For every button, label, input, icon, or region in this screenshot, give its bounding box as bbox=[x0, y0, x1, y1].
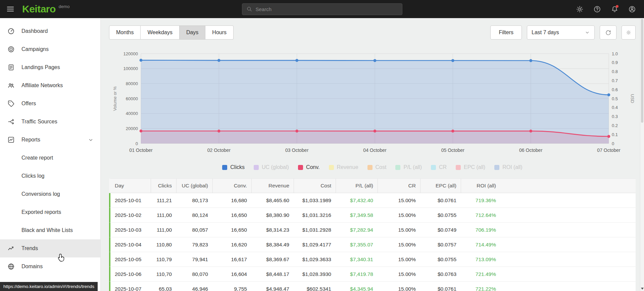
legend-label: Conv. bbox=[306, 164, 320, 170]
chevron-down-icon bbox=[585, 30, 590, 35]
cell-roi: 713.09% bbox=[461, 256, 500, 263]
chart-settings-button[interactable] bbox=[622, 25, 636, 40]
legend-swatch bbox=[494, 165, 499, 170]
cell-cost: $1,031.2928 bbox=[294, 227, 336, 233]
sidebar-item-create-report[interactable]: Create report bbox=[0, 149, 100, 167]
legend-swatch bbox=[367, 165, 373, 170]
trends-toolbar: MonthsWeekdaysDaysHours Filters Last 7 d… bbox=[109, 25, 636, 40]
table-row[interactable]: 2025-10-0765,0346,9469,755$4,948.47$602.… bbox=[109, 282, 636, 291]
cell-uc: 79,823 bbox=[176, 242, 212, 248]
sidebar-item-campaigns[interactable]: Campaigns bbox=[0, 40, 100, 58]
dashboard-icon bbox=[7, 27, 15, 35]
cell-cost: $1,029.4177 bbox=[294, 242, 336, 248]
svg-text:80000: 80000 bbox=[126, 81, 138, 86]
cell-uc: 79,941 bbox=[176, 256, 212, 263]
column-header-cost[interactable]: Cost bbox=[294, 179, 336, 193]
legend-item-roi-all[interactable]: ROI (all) bbox=[494, 164, 523, 170]
column-header-p-l-all[interactable]: P/L (all) bbox=[336, 179, 378, 193]
trends-table: DayClicksUC (global)Conv.RevenueCostP/L … bbox=[109, 178, 636, 291]
settings-icon[interactable] bbox=[576, 5, 584, 13]
cell-cost: $1,029.3633 bbox=[294, 256, 336, 263]
brand[interactable]: Keitaro demo bbox=[22, 3, 69, 15]
svg-text:120000: 120000 bbox=[123, 51, 138, 56]
sidebar-item-black-and-white-lists[interactable]: Black and White Lists bbox=[0, 221, 100, 239]
sidebar-item-dashboard[interactable]: Dashboard bbox=[0, 22, 100, 40]
topbar-actions bbox=[576, 5, 636, 13]
scrollbar-thumb[interactable] bbox=[641, 19, 643, 123]
legend-item-cr[interactable]: CR bbox=[431, 164, 447, 170]
tab-hours[interactable]: Hours bbox=[205, 25, 234, 40]
legend-item-conv[interactable]: Conv. bbox=[298, 164, 320, 170]
legend-label: P/L (all) bbox=[403, 164, 422, 170]
cell-conv: 16,620 bbox=[212, 242, 251, 248]
tab-months[interactable]: Months bbox=[109, 25, 141, 40]
sidebar-item-label: Trends bbox=[21, 245, 38, 251]
cell-pl: $7,355.07 bbox=[336, 242, 378, 248]
sidebar-item-label: Dashboard bbox=[21, 28, 48, 34]
sidebar-item-conversions-log[interactable]: Conversions log bbox=[0, 185, 100, 203]
legend-swatch bbox=[298, 165, 303, 170]
svg-text:1.0: 1.0 bbox=[612, 51, 618, 56]
svg-text:40000: 40000 bbox=[126, 111, 138, 116]
column-header-revenue[interactable]: Revenue bbox=[251, 179, 294, 193]
sidebar-item-trends[interactable]: Trends bbox=[0, 239, 100, 257]
date-range-select[interactable]: Last 7 days bbox=[527, 25, 595, 40]
column-header-conv[interactable]: Conv. bbox=[212, 179, 251, 193]
sidebar-item-exported-reports[interactable]: Exported reports bbox=[0, 203, 100, 221]
legend-item-revenue[interactable]: Revenue bbox=[329, 164, 358, 170]
cell-clicks: 111,21 bbox=[151, 197, 176, 203]
svg-text:0.5: 0.5 bbox=[612, 96, 618, 101]
sidebar-item-offers[interactable]: Offers bbox=[0, 95, 100, 113]
sidebar-item-domains[interactable]: Domains bbox=[0, 257, 100, 276]
account-icon[interactable] bbox=[628, 5, 636, 13]
sidebar-item-clicks-log[interactable]: Clicks log bbox=[0, 167, 100, 185]
sidebar-item-traffic-sources[interactable]: Traffic Sources bbox=[0, 113, 100, 131]
tab-weekdays[interactable]: Weekdays bbox=[141, 25, 179, 40]
svg-text:USD: USD bbox=[630, 94, 635, 103]
cell-revenue: $8,384.49 bbox=[251, 242, 294, 248]
table-row[interactable]: 2025-10-04110,8079,82316,620$8,384.49$1,… bbox=[109, 237, 636, 252]
help-icon[interactable] bbox=[593, 5, 601, 13]
column-header-day[interactable]: Day bbox=[110, 179, 151, 193]
refresh-button[interactable] bbox=[600, 25, 616, 40]
notifications-bell-icon[interactable] bbox=[611, 5, 618, 13]
app-logo: Keitaro bbox=[22, 3, 56, 15]
cell-epc: $0.0763 bbox=[420, 271, 461, 277]
sidebar-item-affiliate-networks[interactable]: Affiliate Networks bbox=[0, 76, 100, 95]
filters-button[interactable]: Filters bbox=[490, 25, 522, 40]
table-row[interactable]: 2025-10-06110,7080,07016,604$8,448.17$1,… bbox=[109, 267, 636, 282]
tab-days[interactable]: Days bbox=[180, 25, 205, 40]
legend-item-p-l-all[interactable]: P/L (all) bbox=[395, 164, 422, 170]
svg-text:05 October: 05 October bbox=[441, 148, 465, 153]
column-header-roi-all[interactable]: ROI (all) bbox=[461, 179, 500, 193]
legend-item-cost[interactable]: Cost bbox=[367, 164, 387, 170]
svg-text:02 October: 02 October bbox=[207, 148, 231, 153]
cell-roi: 719.36% bbox=[461, 197, 500, 203]
main-content: MonthsWeekdaysDaysHours Filters Last 7 d… bbox=[101, 18, 644, 291]
global-search[interactable] bbox=[242, 3, 402, 15]
column-header-cr[interactable]: CR bbox=[378, 179, 420, 193]
legend-item-clicks[interactable]: Clicks bbox=[222, 164, 245, 170]
sidebar-item-landings-pages[interactable]: Landings Pages bbox=[0, 58, 100, 76]
table-row[interactable]: 2025-10-02111,0080,12416,650$8,380.90$1,… bbox=[109, 208, 636, 223]
domains-icon bbox=[7, 263, 15, 270]
sidebar-item-reports[interactable]: Reports bbox=[0, 131, 100, 149]
legend-swatch bbox=[222, 165, 227, 170]
search-input[interactable] bbox=[256, 6, 398, 12]
status-url-tooltip: https://demo.keitaro.io/admin/#!/trends/… bbox=[0, 282, 98, 291]
legend-item-uc-global[interactable]: UC (global) bbox=[254, 164, 289, 170]
cell-conv: 16,604 bbox=[212, 271, 251, 277]
column-header-clicks[interactable]: Clicks bbox=[151, 179, 176, 193]
chart-legend: ClicksUC (global)Conv.RevenueCostP/L (al… bbox=[109, 164, 636, 170]
menu-toggle-icon[interactable] bbox=[6, 5, 15, 13]
scrollbar-down-arrow[interactable] bbox=[641, 288, 644, 290]
table-row[interactable]: 2025-10-03111,0080,05716,650$8,314.23$1,… bbox=[109, 223, 636, 237]
table-row[interactable]: 2025-10-05110,7979,94116,617$8,369.67$1,… bbox=[109, 252, 636, 267]
page-scrollbar[interactable] bbox=[640, 18, 644, 291]
column-header-uc-global[interactable]: UC (global) bbox=[176, 179, 212, 193]
cell-conv: 16,680 bbox=[212, 197, 251, 203]
table-row[interactable]: 2025-10-01111,2180,17316,680$8,465.60$1,… bbox=[109, 193, 636, 208]
column-header-epc-all[interactable]: EPC (all) bbox=[420, 179, 461, 193]
legend-item-epc-all[interactable]: EPC (all) bbox=[456, 164, 485, 170]
svg-text:06 October: 06 October bbox=[519, 148, 543, 153]
